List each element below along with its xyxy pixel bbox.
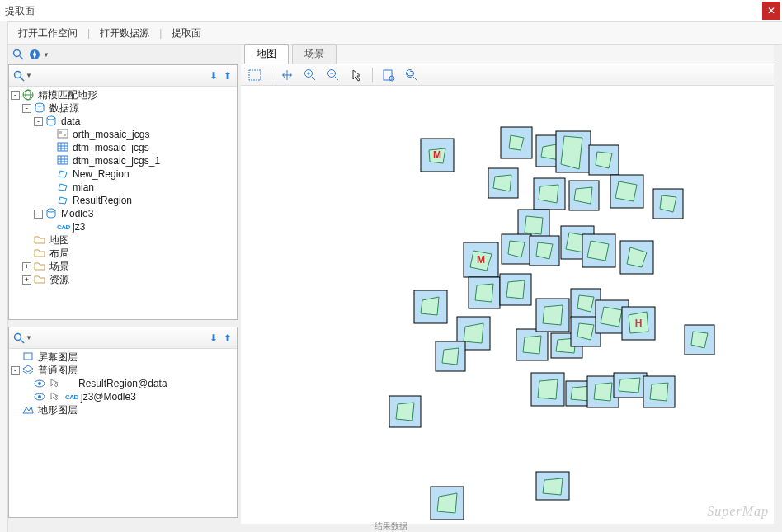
svg-line-1 — [20, 56, 23, 59]
svg-marker-65 — [525, 216, 543, 234]
svg-marker-53 — [596, 152, 612, 168]
dropdown-icon[interactable]: ▼ — [43, 51, 49, 59]
folder-icon — [34, 261, 47, 272]
svg-marker-82 — [475, 284, 493, 302]
pan-icon[interactable] — [280, 68, 294, 82]
expand-toggle[interactable]: - — [34, 117, 43, 126]
tree-item[interactable]: orth_mosaic_jcgs — [11, 128, 235, 141]
tree-item[interactable]: dtm_mosaic_jcgs — [11, 141, 235, 154]
menu-bar: 打开工作空间 | 打开数据源 | 提取面 — [0, 21, 782, 45]
menu-extract-face[interactable]: 提取面 — [163, 22, 210, 44]
svg-text:H: H — [635, 318, 643, 329]
expand-toggle[interactable]: - — [11, 91, 20, 100]
tab-scene[interactable]: 场景 — [292, 44, 337, 64]
eye-icon[interactable] — [34, 391, 47, 403]
expand-toggle[interactable]: - — [34, 210, 43, 219]
workspace-tree-panel: ▼ ⬇ ⬆ - 精模匹配地形 - 数据源 - data — [8, 64, 238, 320]
tree-item[interactable]: New_Region — [11, 167, 235, 181]
tree-item[interactable]: mian — [11, 181, 235, 194]
svg-marker-121 — [543, 478, 563, 495]
svg-point-23 — [47, 209, 55, 212]
tree-scene[interactable]: + 场景 — [11, 260, 235, 273]
refresh-icon[interactable] — [404, 68, 419, 82]
svg-marker-111 — [594, 383, 612, 401]
folder-icon — [34, 247, 47, 259]
menu-open-workspace[interactable]: 打开工作空间 — [10, 22, 86, 44]
svg-point-0 — [14, 50, 21, 57]
tree-item[interactable]: dtm_mosaic_jcgs_1 — [11, 154, 235, 167]
menu-open-datasource[interactable]: 打开数据源 — [92, 22, 158, 44]
workspace-tree[interactable]: - 精模匹配地形 - 数据源 - data orth_mosaic_jcgs d… — [9, 87, 237, 319]
tree-datasource[interactable]: - 数据源 — [11, 101, 235, 115]
expand-toggle[interactable]: - — [11, 366, 20, 375]
layer-normal[interactable]: - 普通图层 — [11, 364, 235, 377]
svg-marker-94 — [543, 305, 563, 325]
close-button[interactable]: ✕ — [762, 2, 780, 20]
selectable-icon[interactable] — [49, 391, 63, 403]
zoom-out-icon[interactable] — [326, 68, 341, 82]
tree-resource[interactable]: + 资源 — [11, 273, 235, 286]
svg-marker-72 — [536, 242, 553, 259]
svg-marker-84 — [506, 280, 525, 299]
arrow-down-icon[interactable]: ⬇ — [210, 332, 218, 344]
svg-rect-12 — [64, 134, 66, 136]
search-icon[interactable] — [12, 48, 25, 61]
svg-point-30 — [38, 395, 41, 398]
panel-search-icon[interactable] — [12, 332, 26, 345]
svg-point-3 — [15, 71, 21, 78]
identify-icon[interactable] — [381, 68, 396, 82]
terrain-icon — [22, 404, 35, 416]
svg-marker-80 — [421, 297, 439, 315]
tree-data[interactable]: - data — [11, 115, 235, 128]
layer-screen[interactable]: 屏幕图层 — [11, 351, 235, 364]
layer-item[interactable]: ResultRegion@data — [11, 377, 235, 390]
expand-toggle[interactable]: - — [22, 104, 31, 113]
arrow-down-icon[interactable]: ⬇ — [210, 70, 218, 82]
expand-toggle[interactable]: + — [22, 262, 31, 271]
grid-icon — [57, 142, 70, 153]
tree-root[interactable]: - 精模匹配地形 — [11, 88, 235, 101]
layer-item[interactable]: CAD jz3@Modle3 — [11, 390, 235, 403]
folder-icon — [34, 234, 47, 246]
svg-marker-96 — [577, 295, 594, 312]
svg-point-9 — [47, 116, 55, 120]
polygon-icon — [57, 195, 70, 206]
svg-marker-117 — [396, 403, 414, 421]
svg-rect-11 — [59, 131, 62, 134]
tree-modle3[interactable]: - Modle3 — [11, 207, 235, 220]
arrow-up-icon[interactable]: ⬆ — [224, 70, 232, 82]
svg-marker-55 — [493, 175, 511, 191]
selectable-icon[interactable] — [49, 378, 63, 389]
svg-marker-100 — [601, 307, 622, 327]
layer-terrain[interactable]: 地形图层 — [11, 403, 235, 417]
svg-marker-61 — [615, 181, 637, 201]
tree-map[interactable]: 地图 — [11, 233, 235, 247]
tree-layout[interactable]: 布局 — [11, 247, 235, 260]
select-icon[interactable] — [349, 68, 364, 82]
eye-icon[interactable] — [34, 378, 47, 389]
svg-marker-57 — [539, 185, 558, 203]
map-toolbar — [241, 64, 774, 86]
layer-tree[interactable]: 屏幕图层 - 普通图层 ResultRegion@data CAD jz3@Mo… — [9, 349, 237, 517]
panel-header: ▼ ⬇ ⬆ — [9, 327, 237, 349]
svg-marker-86 — [464, 323, 483, 343]
panel-search-icon[interactable] — [12, 69, 26, 82]
svg-marker-76 — [587, 241, 609, 261]
full-extent-icon[interactable] — [247, 68, 262, 82]
tree-cad[interactable]: CAD jz3 — [11, 220, 235, 233]
layer-tree-panel: ▼ ⬇ ⬆ 屏幕图层 - 普通图层 ResultRegion@data — [8, 327, 238, 518]
svg-marker-88 — [442, 348, 459, 365]
menu-separator: | — [158, 27, 163, 39]
panel-nav-arrows: ⬇ ⬆ — [208, 70, 233, 82]
raster-icon — [57, 129, 70, 140]
nav-icon[interactable] — [28, 48, 41, 61]
map-canvas[interactable]: MMH SuperMap — [241, 86, 774, 524]
svg-line-35 — [312, 77, 315, 80]
svg-line-25 — [21, 340, 24, 343]
svg-line-4 — [21, 78, 24, 81]
tab-map[interactable]: 地图 — [244, 44, 289, 64]
tree-item[interactable]: ResultRegion — [11, 194, 235, 207]
expand-toggle[interactable]: + — [22, 275, 31, 285]
zoom-in-icon[interactable] — [303, 68, 318, 82]
arrow-up-icon[interactable]: ⬆ — [224, 332, 232, 344]
